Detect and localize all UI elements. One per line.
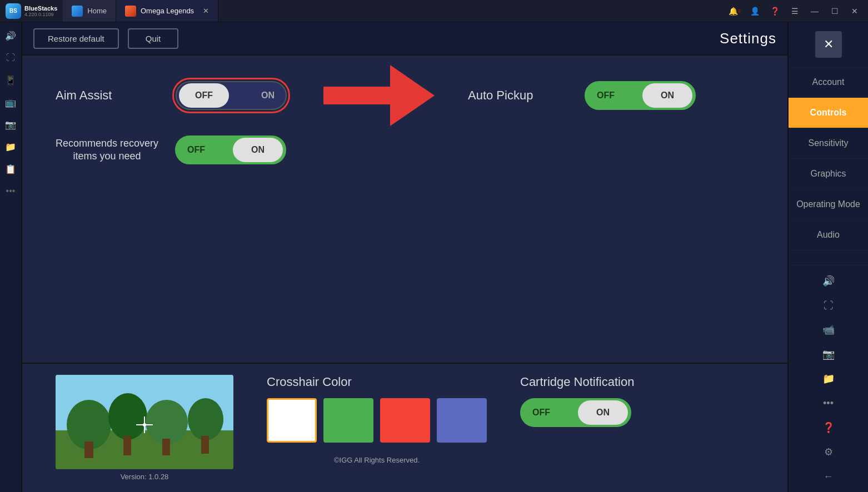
- svg-point-4: [108, 393, 147, 440]
- svg-point-12: [143, 423, 146, 426]
- bluestacks-logo: BS BlueStacks 4.220.0.1109: [0, 3, 63, 19]
- strip-more-icon[interactable]: •••: [2, 182, 19, 200]
- sidebar-item-controls[interactable]: Controls: [789, 98, 868, 128]
- auto-pickup-group: Auto Pickup OFF ON: [468, 81, 696, 110]
- main-layout: 🔊 ⛶ 📱 📺 📷 📁 📋 ••• Restore default Quit S…: [0, 22, 868, 492]
- minimize-btn[interactable]: —: [806, 2, 824, 20]
- sidebar-folder-icon[interactable]: 📁: [817, 368, 840, 390]
- content-area: Restore default Quit Settings Aim Assist…: [22, 22, 787, 492]
- right-sidebar: ✕ Account Controls Sensitivity Graphics …: [787, 22, 868, 492]
- restore-default-button[interactable]: Restore default: [33, 28, 119, 49]
- sidebar-item-graphics[interactable]: Graphics: [789, 159, 868, 189]
- color-swatch-blue[interactable]: [437, 398, 487, 443]
- preview-version: Version: 1.0.28: [56, 473, 233, 481]
- preview-scene: [56, 375, 233, 469]
- cart-knob: ON: [578, 400, 628, 425]
- strip-folder-icon[interactable]: 📁: [2, 138, 19, 155]
- sidebar-camera-icon[interactable]: 📷: [817, 343, 840, 365]
- strip-camera-icon[interactable]: 📷: [2, 116, 19, 133]
- recovery-group: Recommends recoveryitems you need OFF ON: [56, 135, 286, 164]
- svg-point-6: [146, 400, 188, 444]
- header-bar: Restore default Quit Settings: [22, 22, 787, 56]
- color-swatch-white[interactable]: [267, 398, 317, 443]
- app-version: 4.220.0.1109: [24, 12, 57, 17]
- aim-on-label: ON: [261, 91, 275, 101]
- crosshair-section: Crosshair Color ©IGG All Rights Reserved…: [267, 375, 487, 464]
- strip-sound-icon[interactable]: 🔊: [2, 27, 19, 44]
- auto-pickup-label: Auto Pickup: [468, 88, 568, 103]
- sidebar-nav: Account Controls Sensitivity Graphics Op…: [789, 67, 868, 265]
- title-bar-controls: 🔔2 👤 ❓ ☰ — ☐ ✕: [726, 2, 868, 20]
- toggle-row-2: Recommends recoveryitems you need OFF ON: [56, 135, 754, 164]
- left-strip: 🔊 ⛶ 📱 📺 📷 📁 📋 •••: [0, 22, 22, 492]
- help-btn[interactable]: ❓: [766, 2, 784, 20]
- copyright-label: ©IGG All Rights Reserved.: [267, 456, 487, 464]
- aim-assist-group: Aim Assist OFF ON: [56, 78, 290, 113]
- sidebar-item-account[interactable]: Account: [789, 67, 868, 98]
- sidebar-close-section: ✕: [789, 22, 868, 67]
- menu-btn[interactable]: ☰: [786, 2, 804, 20]
- red-arrow: [323, 65, 435, 126]
- notification-btn[interactable]: 🔔2: [726, 2, 744, 20]
- quit-button[interactable]: Quit: [128, 28, 179, 49]
- tab-bar: Home Omega Legends ✕: [63, 0, 218, 22]
- home-tab-label: Home: [87, 7, 107, 15]
- sidebar-close-button[interactable]: ✕: [815, 31, 842, 58]
- toggle-row-1: Aim Assist OFF ON: [56, 78, 754, 113]
- bottom-section: Version: 1.0.28 Crosshair Color ©IGG All…: [22, 363, 787, 492]
- rec-off-label: OFF: [187, 145, 205, 155]
- sidebar-settings-icon[interactable]: ⚙: [817, 441, 840, 463]
- crosshair-title: Crosshair Color: [267, 375, 487, 389]
- sidebar-sound-icon[interactable]: 🔊: [817, 270, 840, 292]
- cart-off-label: OFF: [532, 408, 550, 418]
- svg-rect-3: [84, 441, 93, 458]
- restore-btn[interactable]: ☐: [826, 2, 844, 20]
- color-swatches: [267, 398, 487, 443]
- notification-title: Cartridge Notification: [520, 375, 634, 389]
- sidebar-more-icon[interactable]: •••: [817, 392, 840, 414]
- sidebar-item-operating-mode[interactable]: Operating Mode: [789, 189, 868, 220]
- notification-section: Cartridge Notification OFF ON: [520, 375, 634, 427]
- aim-knob: OFF: [179, 83, 229, 108]
- aim-assist-highlight: OFF ON: [172, 78, 290, 113]
- settings-title: Settings: [720, 30, 776, 47]
- strip-fullscreen-icon[interactable]: ⛶: [2, 49, 19, 67]
- auto-pickup-toggle[interactable]: OFF ON: [585, 81, 696, 110]
- account-btn[interactable]: 👤: [746, 2, 764, 20]
- home-tab-icon: [72, 6, 83, 17]
- recovery-toggle[interactable]: OFF ON: [175, 135, 286, 164]
- settings-section: Aim Assist OFF ON: [22, 56, 787, 363]
- aim-assist-label: Aim Assist: [56, 88, 156, 103]
- sidebar-item-sensitivity[interactable]: Sensitivity: [789, 128, 868, 159]
- svg-rect-9: [201, 436, 209, 454]
- sidebar-fullscreen-icon[interactable]: ⛶: [817, 294, 840, 317]
- strip-mobile-icon[interactable]: 📱: [2, 71, 19, 89]
- sidebar-back-icon[interactable]: ←: [817, 465, 840, 488]
- recovery-label: Recommends recoveryitems you need: [56, 137, 158, 163]
- svg-rect-5: [123, 436, 131, 455]
- bluestacks-icon: BS: [6, 3, 21, 19]
- preview-wrapper: Version: 1.0.28: [56, 375, 233, 481]
- strip-clip-icon[interactable]: 📋: [2, 160, 19, 178]
- sidebar-record-icon[interactable]: 📹: [817, 319, 840, 341]
- color-swatch-red[interactable]: [380, 398, 430, 443]
- svg-rect-7: [162, 439, 170, 455]
- arrow-container: [323, 79, 435, 112]
- tab-omega-legends[interactable]: Omega Legends ✕: [116, 0, 218, 22]
- sidebar-item-audio[interactable]: Audio: [789, 220, 868, 250]
- aim-assist-toggle[interactable]: OFF ON: [176, 81, 287, 110]
- app-name: BlueStacks: [24, 5, 57, 12]
- auto-off-label: OFF: [597, 91, 615, 101]
- sidebar-bottom-icons: 🔊 ⛶ 📹 📷 📁 ••• ❓ ⚙ ←: [789, 265, 868, 492]
- auto-knob: ON: [642, 83, 692, 108]
- cartridge-toggle[interactable]: OFF ON: [520, 398, 631, 427]
- tab-home[interactable]: Home: [63, 0, 116, 22]
- color-swatch-green[interactable]: [323, 398, 373, 443]
- preview-image: [56, 375, 233, 469]
- sidebar-help-icon[interactable]: ❓: [817, 416, 840, 439]
- title-bar: BS BlueStacks 4.220.0.1109 Home Omega Le…: [0, 0, 868, 22]
- strip-tv-icon[interactable]: 📺: [2, 93, 19, 111]
- close-btn[interactable]: ✕: [846, 2, 864, 20]
- omega-tab-label: Omega Legends: [141, 7, 194, 15]
- omega-close-icon[interactable]: ✕: [203, 7, 209, 15]
